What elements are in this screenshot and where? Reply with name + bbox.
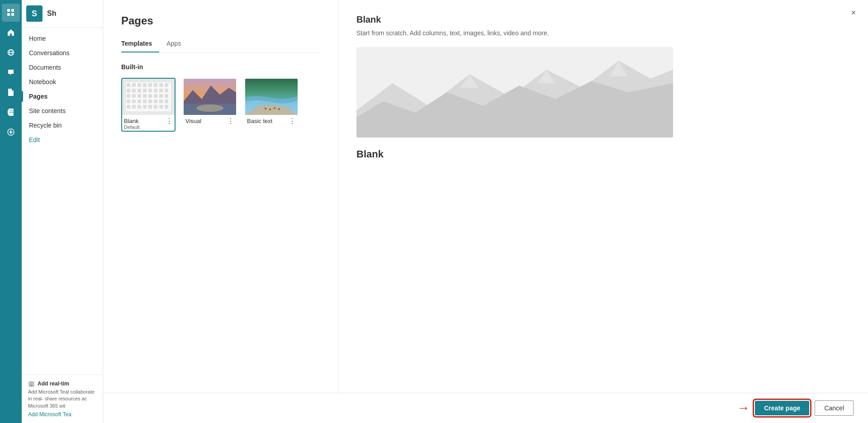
sidebar: S Sh Home Conversations Documents Notebo…	[22, 0, 103, 423]
svg-rect-30	[159, 89, 163, 92]
svg-rect-43	[143, 100, 147, 103]
svg-rect-7	[9, 109, 14, 116]
template-thumb-basic	[245, 79, 298, 115]
sidebar-item-recycle-bin[interactable]: Recycle bin	[22, 118, 103, 133]
add-teams-header: 🏢 Add real-tim	[28, 380, 96, 387]
svg-rect-19	[143, 83, 147, 87]
svg-rect-41	[132, 100, 136, 103]
svg-rect-33	[132, 94, 136, 98]
close-button[interactable]: ×	[846, 5, 861, 20]
blank-thumb-svg	[122, 79, 175, 115]
svg-rect-23	[165, 83, 168, 87]
template-thumb-blank	[122, 79, 175, 115]
svg-rect-16	[127, 83, 130, 87]
svg-rect-53	[154, 105, 157, 109]
svg-rect-55	[165, 105, 168, 109]
preview-mountain-svg	[356, 47, 673, 138]
template-subtitle-blank: Default	[124, 124, 140, 130]
site-header: S Sh	[22, 0, 103, 28]
add-icon[interactable]	[2, 123, 20, 141]
svg-point-63	[274, 107, 275, 109]
preview-name-label: Blank	[356, 145, 850, 164]
notebook-icon[interactable]	[2, 103, 20, 121]
svg-rect-24	[127, 89, 130, 92]
template-menu-blank[interactable]: ⋮	[166, 118, 173, 125]
svg-rect-40	[127, 100, 130, 103]
visual-thumb-svg	[184, 79, 236, 115]
svg-rect-29	[154, 89, 157, 92]
svg-rect-47	[165, 100, 168, 103]
sidebar-footer: 🏢 Add real-tim Add Microsoft Teal collab…	[22, 375, 103, 423]
svg-rect-51	[143, 105, 147, 109]
svg-rect-38	[159, 94, 163, 98]
add-teams-text: Add Microsoft Teal collaborate in real- …	[28, 389, 96, 409]
document-icon[interactable]	[2, 83, 20, 101]
svg-rect-37	[154, 94, 157, 98]
chat-icon[interactable]	[2, 63, 20, 81]
svg-rect-42	[138, 100, 141, 103]
right-panel: Blank Start from scratch. Add columns, t…	[338, 0, 868, 393]
svg-rect-46	[159, 100, 163, 103]
svg-rect-39	[165, 94, 168, 98]
svg-rect-17	[132, 83, 136, 87]
svg-rect-48	[127, 105, 130, 109]
svg-rect-50	[138, 105, 141, 109]
globe-icon[interactable]	[2, 43, 20, 62]
sidebar-item-edit[interactable]: Edit	[22, 133, 103, 147]
template-card-visual[interactable]: Visual ⋮	[183, 78, 237, 132]
svg-rect-22	[159, 83, 163, 87]
svg-rect-21	[154, 83, 157, 87]
teams-icon: 🏢	[28, 380, 35, 387]
template-card-basic[interactable]: Basic text ⋮	[244, 78, 299, 132]
preview-description: Start from scratch. Add columns, text, i…	[356, 29, 850, 38]
svg-rect-2	[7, 13, 10, 16]
svg-point-64	[278, 108, 280, 110]
svg-rect-25	[132, 89, 136, 92]
bottom-bar: → Create page Cancel	[103, 393, 868, 423]
nav-list: Home Conversations Documents Notebook Pa…	[22, 28, 103, 375]
sidebar-item-notebook[interactable]: Notebook	[22, 75, 103, 89]
svg-rect-3	[11, 13, 14, 16]
svg-rect-20	[148, 83, 152, 87]
template-info-blank: Blank Default ⋮	[122, 115, 175, 131]
template-menu-basic[interactable]: ⋮	[289, 118, 296, 125]
svg-point-62	[269, 109, 271, 110]
tab-templates[interactable]: Templates	[121, 36, 159, 52]
sidebar-item-site-contents[interactable]: Site contents	[22, 104, 103, 118]
template-info-basic: Basic text ⋮	[245, 115, 298, 126]
apps-icon[interactable]	[2, 4, 20, 22]
tab-apps[interactable]: Apps	[159, 36, 188, 52]
site-name: Sh	[47, 10, 56, 18]
cancel-button[interactable]: Cancel	[815, 400, 854, 416]
sidebar-item-conversations[interactable]: Conversations	[22, 46, 103, 60]
preview-image	[356, 47, 673, 138]
arrow-indicator: →	[737, 402, 749, 414]
svg-rect-27	[143, 89, 147, 92]
svg-point-61	[265, 108, 266, 109]
svg-rect-44	[148, 100, 152, 103]
svg-rect-49	[132, 105, 136, 109]
svg-rect-35	[143, 94, 147, 98]
svg-rect-31	[165, 89, 168, 92]
template-card-blank[interactable]: Blank Default ⋮	[121, 78, 175, 132]
sidebar-item-documents[interactable]: Documents	[22, 60, 103, 75]
sidebar-item-home[interactable]: Home	[22, 31, 103, 46]
add-teams-link[interactable]: Add Microsoft Tea	[28, 411, 96, 418]
svg-rect-28	[148, 89, 152, 92]
template-menu-visual[interactable]: ⋮	[227, 118, 234, 125]
template-info-visual: Visual ⋮	[184, 115, 236, 126]
home-icon[interactable]	[2, 24, 20, 42]
svg-point-59	[196, 105, 223, 112]
dialog-content: Pages Templates Apps Built-in	[103, 0, 868, 393]
svg-rect-45	[154, 100, 157, 103]
svg-rect-52	[148, 105, 152, 109]
site-avatar: S	[26, 5, 43, 22]
left-panel: Pages Templates Apps Built-in	[103, 0, 338, 393]
section-label: Built-in	[121, 63, 320, 71]
template-thumb-visual	[184, 79, 236, 115]
svg-rect-0	[7, 9, 10, 12]
create-page-button[interactable]: Create page	[755, 401, 809, 415]
sidebar-item-pages[interactable]: Pages	[22, 89, 103, 104]
svg-rect-32	[127, 94, 130, 98]
basic-thumb-svg	[245, 79, 298, 115]
